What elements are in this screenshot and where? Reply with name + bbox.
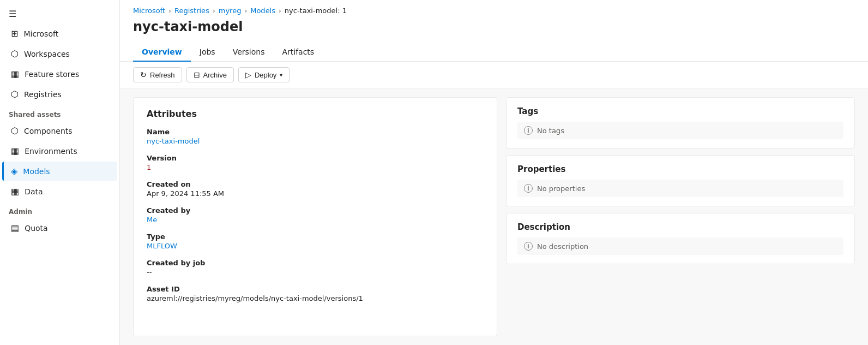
attr-name-value[interactable]: nyc-taxi-model (147, 137, 484, 145)
models-icon: ◈ (11, 166, 17, 176)
sidebar: ☰ ⊞ Microsoft ⬡ Workspaces ▦ Feature sto… (0, 0, 120, 345)
sidebar-item-label: Data (25, 187, 43, 196)
tags-empty-message: No tags (537, 127, 564, 135)
attr-type-row: Type MLFLOW (147, 233, 484, 250)
description-empty-row: i No description (517, 237, 843, 255)
attr-created-by-job-value: -- (147, 268, 484, 276)
properties-empty-row: i No properties (517, 180, 843, 197)
attr-asset-id-row: Asset ID azureml://registries/myreg/mode… (147, 285, 484, 302)
refresh-label: Refresh (150, 71, 175, 79)
shared-assets-section-label: Shared assets (0, 104, 119, 121)
feature-stores-icon: ▦ (11, 69, 19, 79)
breadcrumb-current: nyc-taxi-model: 1 (285, 7, 347, 15)
registries-icon: ⬡ (11, 89, 19, 99)
attributes-title: Attributes (147, 109, 484, 119)
attr-version-label: Version (147, 154, 484, 162)
sidebar-item-components[interactable]: ⬡ Components (2, 121, 117, 140)
hamburger-menu[interactable]: ☰ (0, 4, 119, 23)
archive-label: Archive (203, 71, 227, 79)
attr-created-by-value[interactable]: Me (147, 216, 484, 224)
admin-section-label: Admin (0, 201, 119, 218)
sidebar-item-label: Components (24, 127, 73, 135)
data-icon: ▦ (11, 186, 19, 197)
sidebar-item-label: Workspaces (24, 50, 70, 58)
description-empty-message: No description (537, 242, 588, 251)
attr-created-by-row: Created by Me (147, 206, 484, 224)
archive-icon: ⊟ (194, 70, 200, 79)
sidebar-item-label: Environments (25, 147, 77, 156)
sidebar-item-quota[interactable]: ▤ Quota (2, 218, 117, 237)
sidebar-item-environments[interactable]: ▦ Environments (2, 141, 117, 160)
breadcrumb-sep-4: › (279, 7, 281, 15)
sidebar-item-feature-stores[interactable]: ▦ Feature stores (2, 64, 117, 84)
attr-created-by-label: Created by (147, 206, 484, 215)
properties-empty-message: No properties (537, 185, 585, 193)
sidebar-item-models[interactable]: ◈ Models (2, 162, 117, 181)
deploy-label: Deploy (255, 71, 276, 79)
microsoft-icon: ⊞ (11, 28, 18, 39)
deploy-chevron-icon: ▾ (280, 72, 282, 78)
tags-title: Tags (517, 106, 843, 116)
attr-created-by-job-label: Created by job (147, 259, 484, 267)
tab-jobs[interactable]: Jobs (191, 43, 224, 62)
tabs: Overview Jobs Versions Artifacts (120, 43, 868, 62)
breadcrumb-sep-1: › (168, 7, 171, 15)
sidebar-item-label: Quota (25, 224, 48, 233)
sidebar-item-label: Microsoft (23, 29, 58, 38)
main-content: Microsoft › Registries › myreg › Models … (120, 0, 868, 345)
attr-version-row: Version 1 (147, 154, 484, 171)
breadcrumb-sep-3: › (244, 7, 247, 15)
deploy-button[interactable]: ▷ Deploy ▾ (238, 67, 290, 82)
attr-created-on-value: Apr 9, 2024 11:55 AM (147, 189, 484, 198)
breadcrumb-models[interactable]: Models (250, 7, 275, 15)
sidebar-item-label: Models (23, 167, 50, 176)
toolbar: ↻ Refresh ⊟ Archive ▷ Deploy ▾ (120, 62, 868, 88)
refresh-icon: ↻ (140, 70, 147, 79)
hamburger-icon: ☰ (9, 9, 16, 19)
quota-icon: ▤ (11, 223, 19, 233)
sidebar-item-label: Feature stores (25, 70, 79, 79)
breadcrumb-microsoft[interactable]: Microsoft (133, 7, 165, 15)
environments-icon: ▦ (11, 146, 19, 156)
tab-overview[interactable]: Overview (133, 43, 191, 62)
sidebar-item-registries[interactable]: ⬡ Registries (2, 85, 117, 104)
tab-artifacts[interactable]: Artifacts (273, 43, 323, 62)
attr-type-label: Type (147, 233, 484, 241)
attr-version-value: 1 (147, 163, 484, 171)
tab-versions[interactable]: Versions (224, 43, 274, 62)
attr-type-value: MLFLOW (147, 242, 484, 250)
description-title: Description (517, 222, 843, 232)
attr-asset-id-value: azureml://registries/myreg/models/nyc-ta… (147, 294, 484, 302)
tags-info-icon: i (524, 126, 533, 135)
sidebar-item-workspaces[interactable]: ⬡ Workspaces (2, 44, 117, 63)
attr-name-label: Name (147, 128, 484, 136)
attr-created-on-label: Created on (147, 180, 484, 188)
sidebar-item-data[interactable]: ▦ Data (2, 182, 117, 201)
right-panel: Tags i No tags Properties i No propertie… (506, 97, 855, 336)
sidebar-item-microsoft[interactable]: ⊞ Microsoft (2, 24, 117, 43)
breadcrumb-registries[interactable]: Registries (174, 7, 209, 15)
properties-title: Properties (517, 164, 843, 174)
attr-asset-id-label: Asset ID (147, 285, 484, 293)
components-icon: ⬡ (11, 126, 19, 136)
attr-name-row: Name nyc-taxi-model (147, 128, 484, 145)
attr-created-on-row: Created on Apr 9, 2024 11:55 AM (147, 180, 484, 198)
breadcrumb: Microsoft › Registries › myreg › Models … (120, 0, 868, 19)
deploy-icon: ▷ (245, 70, 251, 79)
tags-empty-row: i No tags (517, 122, 843, 139)
workspaces-icon: ⬡ (11, 49, 19, 59)
breadcrumb-sep-2: › (213, 7, 215, 15)
tags-card: Tags i No tags (506, 97, 855, 148)
sidebar-item-label: Registries (24, 90, 62, 99)
attr-created-by-job-row: Created by job -- (147, 259, 484, 276)
properties-info-icon: i (524, 184, 533, 193)
breadcrumb-myreg[interactable]: myreg (219, 7, 242, 15)
content-area: Attributes Name nyc-taxi-model Version 1… (120, 88, 868, 345)
page-title: nyc-taxi-model (120, 19, 868, 43)
refresh-button[interactable]: ↻ Refresh (133, 67, 182, 82)
description-info-icon: i (524, 242, 533, 251)
archive-button[interactable]: ⊟ Archive (186, 67, 234, 82)
properties-card: Properties i No properties (506, 155, 855, 206)
attributes-card: Attributes Name nyc-taxi-model Version 1… (133, 97, 497, 336)
description-card: Description i No description (506, 213, 855, 264)
